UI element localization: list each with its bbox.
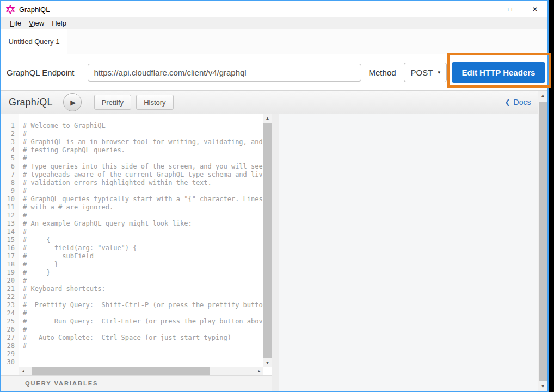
code-line[interactable]: # typeaheads aware of the current GraphQ… xyxy=(23,171,272,179)
code-line[interactable]: # xyxy=(23,326,272,334)
code-line[interactable]: # An example GraphQL query might look li… xyxy=(23,220,272,228)
code-line[interactable]: # with a # are ignored. xyxy=(23,203,272,211)
tab-strip-empty-area xyxy=(67,29,547,54)
line-number: 10 xyxy=(1,195,19,203)
scroll-up-icon[interactable]: ▲ xyxy=(538,91,547,100)
editor-horizontal-scrollbar[interactable]: ◂ ▸ xyxy=(19,367,263,375)
line-number: 16 xyxy=(1,244,19,252)
menu-help[interactable]: Help xyxy=(48,17,70,29)
line-number: 7 xyxy=(1,171,19,179)
docs-button[interactable]: ❮ Docs xyxy=(505,98,531,107)
code-line[interactable]: # xyxy=(23,187,272,195)
graphiql-main: GraphiQL ▶ Prettify History ❮ Docs xyxy=(1,91,538,391)
vertical-scroll-thumb[interactable] xyxy=(263,123,272,358)
line-number: 24 xyxy=(1,309,19,318)
code-line[interactable] xyxy=(23,350,272,358)
line-number: 1 xyxy=(1,122,19,130)
scroll-right-icon[interactable]: ▸ xyxy=(255,367,263,375)
line-number: 30 xyxy=(1,358,19,366)
method-select[interactable]: POST ▼ xyxy=(404,63,447,82)
code-line[interactable]: # { xyxy=(23,236,272,244)
code-line[interactable]: # Type queries into this side of the scr… xyxy=(23,163,272,171)
scroll-down-icon[interactable]: ▼ xyxy=(263,359,272,367)
run-query-button[interactable]: ▶ xyxy=(63,93,82,111)
code-line[interactable]: # Prettify Query: Shift-Ctrl-P (or press… xyxy=(23,301,272,309)
titlebar[interactable]: GraphiQL — □ ✕ xyxy=(1,1,547,17)
tab-strip: Untitled Query 1 xyxy=(1,29,547,54)
code-line[interactable]: # testing GraphQL queries. xyxy=(23,146,272,154)
graphiql-logo-icon xyxy=(6,5,15,14)
history-button[interactable]: History xyxy=(136,95,173,110)
code-line[interactable] xyxy=(23,358,272,366)
page-scroll-thumb[interactable] xyxy=(539,102,547,381)
code-line[interactable]: # xyxy=(23,154,272,163)
line-number: 22 xyxy=(1,293,19,301)
endpoint-label: GraphQL Endpoint xyxy=(7,68,75,77)
code-line[interactable]: # validation errors highlighted within t… xyxy=(23,179,272,187)
graphiql-toolbar: GraphiQL ▶ Prettify History ❮ Docs xyxy=(1,91,538,114)
menubar: File View Help xyxy=(1,17,547,29)
query-variables-bar[interactable]: QUERY VARIABLES xyxy=(1,375,272,391)
line-number: 29 xyxy=(1,350,19,358)
code-line[interactable]: # xyxy=(23,309,272,318)
scroll-left-icon[interactable]: ◂ xyxy=(19,367,27,375)
page-vertical-scrollbar[interactable]: ▲ ▼ xyxy=(538,91,547,391)
code-line[interactable]: # GraphiQL is an in-browser tool for wri… xyxy=(23,138,272,146)
edit-http-headers-button[interactable]: Edit HTTP Headers xyxy=(452,62,545,83)
tab-label: Untitled Query 1 xyxy=(9,38,60,46)
line-number: 5 xyxy=(1,154,19,163)
line-number: 19 xyxy=(1,269,19,277)
menu-file[interactable]: File xyxy=(6,17,25,29)
graphiql-window: GraphiQL — □ ✕ File View Help Untitled Q… xyxy=(0,0,549,392)
prettify-button[interactable]: Prettify xyxy=(94,95,131,110)
line-number: 13 xyxy=(1,220,19,228)
code-line[interactable]: # GraphQL queries typically start with a… xyxy=(23,195,272,203)
code-line[interactable]: # xyxy=(23,277,272,285)
editor-vertical-scrollbar[interactable]: ▲ ▼ xyxy=(263,114,272,367)
line-number: 14 xyxy=(1,228,19,236)
endpoint-input[interactable] xyxy=(88,64,361,82)
tab-untitled-query-1[interactable]: Untitled Query 1 xyxy=(1,29,67,54)
code-line[interactable]: # xyxy=(23,342,272,350)
code-line[interactable]: # xyxy=(23,228,272,236)
line-number: 2 xyxy=(1,130,19,138)
code-line[interactable]: # xyxy=(23,293,272,301)
scroll-up-icon[interactable]: ▲ xyxy=(263,114,272,122)
line-number: 11 xyxy=(1,203,19,211)
code-line[interactable]: # xyxy=(23,211,272,220)
code-line[interactable]: # } xyxy=(23,260,272,269)
code-line[interactable]: # field(arg: "value") { xyxy=(23,244,272,252)
code-line[interactable]: # subField xyxy=(23,252,272,260)
line-number: 20 xyxy=(1,277,19,285)
line-number: 8 xyxy=(1,179,19,187)
line-number: 26 xyxy=(1,326,19,334)
query-editor[interactable]: 1234567891011121314151617181920212223242… xyxy=(1,114,272,375)
play-icon: ▶ xyxy=(70,98,76,107)
docs-section: ❮ Docs xyxy=(497,91,538,114)
maximize-button[interactable]: □ xyxy=(497,1,522,17)
editor-panes: 1234567891011121314151617181920212223242… xyxy=(1,114,538,391)
line-number: 3 xyxy=(1,138,19,146)
graphiql-logo-text: GraphiQL xyxy=(9,97,53,108)
scroll-down-icon[interactable]: ▼ xyxy=(538,382,547,391)
line-number: 6 xyxy=(1,163,19,171)
endpoint-row: GraphQL Endpoint Method POST ▼ Edit HTTP… xyxy=(1,54,547,90)
line-number: 21 xyxy=(1,285,19,293)
close-button[interactable]: ✕ xyxy=(522,1,547,17)
pane-divider[interactable] xyxy=(272,114,279,391)
method-label: Method xyxy=(369,68,396,77)
code-line[interactable]: # Run Query: Ctrl-Enter (or press the pl… xyxy=(23,318,272,326)
horizontal-scroll-thumb[interactable] xyxy=(32,367,210,375)
line-number: 23 xyxy=(1,301,19,309)
minimize-button[interactable]: — xyxy=(472,1,497,17)
code-line[interactable]: # Auto Complete: Ctrl-Space (or just sta… xyxy=(23,334,272,342)
code-line[interactable]: # xyxy=(23,130,272,138)
code-line[interactable]: # } xyxy=(23,269,272,277)
editor-code[interactable]: # Welcome to GraphiQL## GraphiQL is an i… xyxy=(19,114,272,375)
result-pane xyxy=(279,114,538,391)
code-line[interactable]: # Keyboard shortcuts: xyxy=(23,285,272,293)
menu-view[interactable]: View xyxy=(25,17,48,29)
line-number: 12 xyxy=(1,211,19,220)
code-line[interactable]: # Welcome to GraphiQL xyxy=(23,122,272,130)
line-number: 15 xyxy=(1,236,19,244)
